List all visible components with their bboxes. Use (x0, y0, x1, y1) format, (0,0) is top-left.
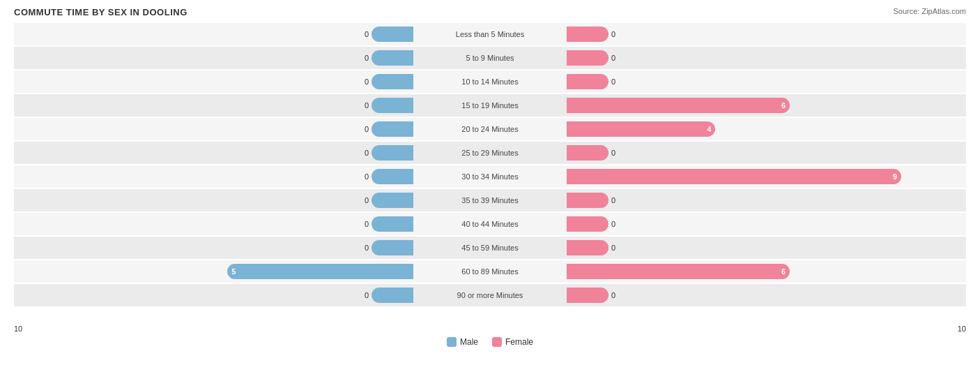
bar-row-inner: 0 15 to 19 Minutes 6 (14, 94, 966, 117)
female-side: 0 (567, 240, 966, 255)
bar-row-inner: 0 40 to 44 Minutes 0 (14, 213, 966, 235)
row-label: 35 to 39 Minutes (413, 196, 567, 204)
male-bar (372, 145, 413, 161)
legend-female-icon (492, 337, 502, 347)
male-bar (372, 288, 413, 303)
bar-row-inner: 5 60 to 89 Minutes 6 (14, 260, 966, 283)
axis-min-label: 10 (14, 325, 22, 333)
chart-row: 0 20 to 24 Minutes 4 (14, 118, 966, 140)
legend-male: Male (447, 337, 478, 347)
male-value: 0 (365, 101, 369, 110)
row-label: 90 or more Minutes (413, 291, 567, 299)
row-label: 20 to 24 Minutes (413, 125, 567, 133)
chart-row: 0 10 to 14 Minutes 0 (14, 70, 966, 93)
male-side: 0 (14, 121, 413, 137)
female-bar (567, 50, 608, 66)
female-value-inside: 9 (889, 172, 901, 181)
female-side: 0 (567, 145, 966, 161)
chart-row: 0 35 to 39 Minutes 0 (14, 189, 966, 211)
male-bar (372, 98, 413, 113)
male-value-inside: 5 (227, 267, 240, 276)
chart-row: 0 90 or more Minutes 0 (14, 284, 966, 306)
male-side: 5 (14, 264, 413, 279)
bar-row-inner: 0 35 to 39 Minutes 0 (14, 189, 966, 211)
chart-row: 0 15 to 19 Minutes 6 (14, 94, 966, 117)
male-side: 0 (14, 240, 413, 255)
male-side: 0 (14, 169, 413, 184)
male-bar (372, 74, 413, 89)
male-bar (372, 50, 413, 66)
chart-row: 0 40 to 44 Minutes 0 (14, 213, 966, 235)
female-bar (567, 193, 608, 208)
bar-row-inner: 0 30 to 34 Minutes 9 (14, 165, 966, 188)
male-value: 0 (365, 220, 369, 228)
chart-row: 0 5 to 9 Minutes 0 (14, 47, 966, 69)
male-bar (372, 240, 413, 255)
female-value: 0 (611, 291, 615, 299)
male-bar (372, 169, 413, 184)
female-side: 0 (567, 193, 966, 208)
female-side: 6 (567, 264, 966, 279)
chart-row: 0 30 to 34 Minutes 9 (14, 165, 966, 188)
male-side: 0 (14, 50, 413, 66)
male-bar (372, 193, 413, 208)
bar-row-inner: 0 5 to 9 Minutes 0 (14, 47, 966, 69)
female-bar: 6 (567, 98, 790, 113)
male-bar: 5 (227, 264, 413, 279)
female-bar (567, 27, 608, 42)
female-bar (567, 145, 608, 161)
bar-row-inner: 0 90 or more Minutes 0 (14, 284, 966, 306)
female-bar (567, 288, 608, 303)
chart-row: 0 25 to 29 Minutes 0 (14, 142, 966, 164)
bar-row-inner: 0 10 to 14 Minutes 0 (14, 70, 966, 93)
female-side: 4 (567, 121, 966, 137)
chart-row: 0 45 to 59 Minutes 0 (14, 237, 966, 259)
legend-male-icon (447, 337, 457, 347)
legend: Male Female (14, 337, 966, 347)
female-bar (567, 74, 608, 89)
male-value: 0 (365, 172, 369, 181)
female-side: 0 (567, 27, 966, 42)
male-value: 0 (365, 149, 369, 157)
male-side: 0 (14, 27, 413, 42)
legend-female: Female (492, 337, 533, 347)
female-side: 9 (567, 169, 966, 184)
source-label: Source: ZipAtlas.com (893, 7, 966, 15)
female-bar: 6 (567, 264, 790, 279)
female-value-inside: 6 (777, 101, 790, 110)
female-side: 6 (567, 98, 966, 113)
female-bar (567, 240, 608, 255)
male-value: 0 (365, 291, 369, 299)
male-value: 0 (365, 196, 369, 204)
legend-female-label: Female (505, 337, 533, 347)
chart-title: COMMUTE TIME BY SEX IN DOOLING (14, 7, 966, 17)
male-bar (372, 216, 413, 232)
male-bar (372, 27, 413, 42)
male-value: 0 (365, 54, 369, 62)
female-value-inside: 4 (703, 125, 715, 133)
chart-area: 0 Less than 5 Minutes 0 0 5 to 9 Minu (14, 23, 966, 323)
row-label: 25 to 29 Minutes (413, 149, 567, 157)
female-side: 0 (567, 288, 966, 303)
female-bar: 9 (567, 169, 901, 184)
female-value: 0 (611, 149, 615, 157)
male-value: 0 (365, 125, 369, 133)
female-value: 0 (611, 196, 615, 204)
male-side: 0 (14, 288, 413, 303)
male-bar (372, 121, 413, 137)
female-value: 0 (611, 220, 615, 228)
female-value: 0 (611, 30, 615, 38)
bar-row-inner: 0 20 to 24 Minutes 4 (14, 118, 966, 140)
male-value: 0 (365, 30, 369, 38)
legend-male-label: Male (460, 337, 478, 347)
male-side: 0 (14, 74, 413, 89)
female-side: 0 (567, 74, 966, 89)
row-label: Less than 5 Minutes (413, 30, 567, 38)
row-label: 40 to 44 Minutes (413, 220, 567, 228)
row-label: 45 to 59 Minutes (413, 244, 567, 252)
male-side: 0 (14, 98, 413, 113)
female-bar (567, 216, 608, 232)
female-value-inside: 6 (777, 267, 790, 276)
chart-container: COMMUTE TIME BY SEX IN DOOLING Source: Z… (0, 0, 980, 365)
axis-labels: 10 10 (14, 325, 966, 333)
